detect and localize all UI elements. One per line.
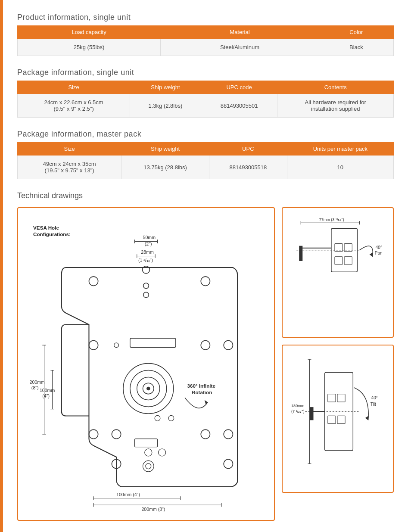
svg-text:Tilt: Tilt [371,402,376,407]
pkg-master-units: 10 [287,156,393,179]
svg-rect-86 [328,416,336,424]
package-single-title: Package information, single unit [17,68,394,77]
svg-text:(7 ¹/₃₂"): (7 ¹/₃₂") [291,410,304,414]
svg-point-26 [146,387,150,390]
technical-drawings-section: Technical drawings VESA Hole Configurati… [17,191,394,521]
product-row: 25kg (55lbs) Steel/Aluminum Black [18,39,394,56]
svg-rect-87 [337,416,345,424]
svg-point-35 [224,429,233,439]
package-master-title: Package information, master pack [17,130,394,139]
svg-rect-21 [130,338,176,347]
tilt-svg: 180mm (7 ¹/₃₂") [288,351,388,485]
svg-text:VESA Hole: VESA Hole [33,225,59,230]
pkg-single-upc: 881493005501 [201,94,277,118]
svg-text:77mm (3 ¹/₁₆"): 77mm (3 ¹/₁₆") [319,218,344,222]
pkg-master-size: 49cm x 24cm x 35cm (19.5" x 9.75" x 13") [18,156,121,179]
svg-point-18 [114,343,119,348]
pkg-master-header-size: Size [18,143,121,156]
svg-text:Configurations:: Configurations: [33,231,71,237]
svg-point-42 [146,464,151,469]
svg-point-33 [112,429,121,439]
svg-text:(1 ²/₁₆"): (1 ²/₁₆") [138,258,153,263]
svg-text:200mm (8"): 200mm (8") [141,507,165,512]
svg-text:50mm: 50mm [143,235,156,240]
svg-rect-71 [344,257,352,264]
product-table: Load capacity Material Color 25kg (55lbs… [17,25,394,56]
product-color: Black [319,39,393,56]
package-single-row: 24cm x 22.6cm x 6.5cm (9.5" x 9" x 2.5")… [18,94,394,118]
svg-rect-84 [328,394,336,402]
svg-marker-31 [205,400,208,405]
svg-point-32 [89,429,98,439]
vesa-drawing: VESA Hole Configurations: 50mm (2") 28mm… [25,215,267,512]
product-section-title: Product information, single unit [17,13,394,22]
pkg-master-weight: 13.75kg (28.8lbs) [121,156,209,179]
pkg-master-header-units: Units per master pack [287,143,393,156]
pan-svg: 77mm (3 ¹/₁₆") 40° [288,213,388,330]
svg-point-17 [89,341,98,350]
svg-rect-70 [335,257,342,264]
product-load: 25kg (55lbs) [18,39,161,56]
svg-text:Pan: Pan [375,251,383,255]
svg-point-27 [155,415,160,421]
svg-point-28 [168,415,174,421]
technical-drawings-title: Technical drawings [17,191,394,200]
tilt-drawing: 180mm (7 ¹/₃₂") [282,345,394,493]
pkg-single-contents: All hardware required for installation s… [277,94,394,118]
product-header-load: Load capacity [18,26,161,39]
drawings-layout: VESA Hole Configurations: 50mm (2") 28mm… [17,207,394,521]
svg-text:Rotation: Rotation [192,389,212,395]
main-drawing: VESA Hole Configurations: 50mm (2") 28mm… [17,207,275,521]
product-material: Steel/Aluminum [161,39,319,56]
left-orange-bar [0,0,3,532]
svg-point-15 [143,283,149,289]
package-master-row: 49cm x 24cm x 35cm (19.5" x 9.75" x 13")… [18,156,394,179]
svg-text:100mm: 100mm [40,388,55,393]
package-single-table: Size Ship weight UPC code Contents 24cm … [17,81,394,118]
svg-text:40°: 40° [376,245,382,250]
pan-drawing: 77mm (3 ¹/₁₆") 40° [282,207,394,338]
pkg-single-weight: 1.3kg (2.8lbs) [130,94,201,118]
svg-point-19 [201,341,210,350]
pkg-master-header-weight: Ship weight [121,143,209,156]
svg-point-41 [143,460,154,471]
package-master-table: Size Ship weight UPC Units per master pa… [17,142,394,179]
svg-rect-68 [335,244,342,252]
product-header-material: Material [161,26,319,39]
svg-point-16 [143,292,149,298]
pkg-single-header-contents: Contents [277,81,394,94]
svg-point-37 [145,449,152,456]
product-header-color: Color [319,26,393,39]
svg-text:(4"): (4") [42,393,50,398]
svg-text:360° Infinite: 360° Infinite [187,383,215,389]
svg-text:28mm: 28mm [141,249,154,255]
pkg-single-header-size: Size [18,81,130,94]
svg-point-14 [201,277,210,286]
svg-point-34 [201,429,210,439]
svg-text:100mm (4"): 100mm (4") [116,492,140,497]
svg-marker-89 [365,416,369,420]
pkg-single-size: 24cm x 22.6cm x 6.5cm (9.5" x 9" x 2.5") [18,94,130,118]
side-drawings-container: 77mm (3 ¹/₁₆") 40° [282,207,394,493]
svg-text:40°: 40° [371,395,378,400]
svg-text:(8"): (8") [31,385,39,390]
svg-text:180mm: 180mm [291,404,304,408]
svg-rect-85 [337,394,345,402]
pkg-single-header-upc: UPC code [201,81,277,94]
svg-point-38 [159,449,166,456]
svg-point-40 [224,459,233,468]
svg-point-12 [89,277,98,286]
pkg-master-upc: 881493005518 [209,156,287,179]
svg-point-20 [224,341,233,350]
pkg-single-header-weight: Ship weight [130,81,201,94]
svg-marker-73 [370,252,373,257]
svg-rect-36 [134,439,157,447]
svg-text:(2"): (2") [145,241,152,246]
svg-text:200mm: 200mm [30,380,45,385]
pkg-master-header-upc: UPC [209,143,287,156]
